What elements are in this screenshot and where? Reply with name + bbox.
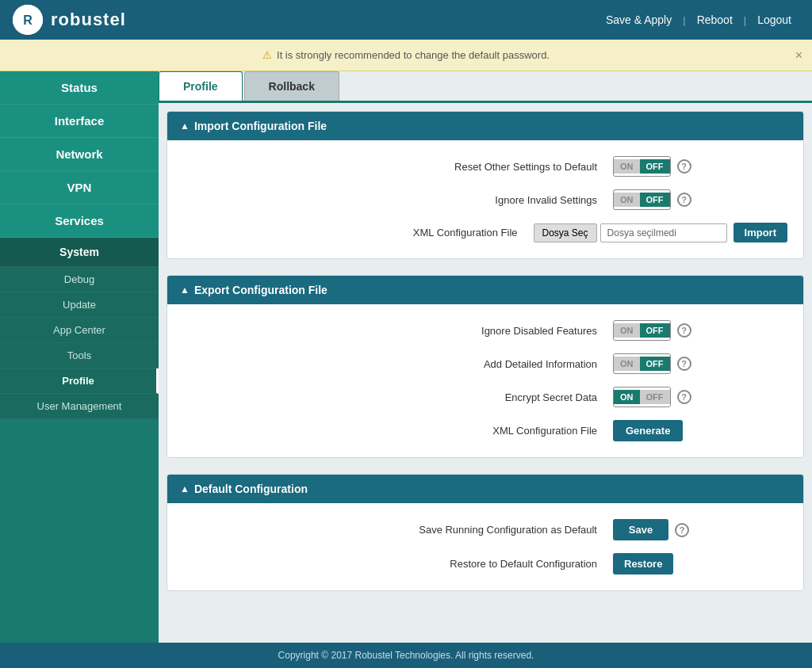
xml-config-export-label: XML Configuration File	[183, 425, 613, 437]
save-button[interactable]: Save	[613, 519, 668, 540]
encrypt-secret-control: ON OFF ?	[613, 387, 787, 407]
sidebar-item-user-management[interactable]: User Management	[0, 394, 159, 419]
import-config-section: ▲ Import Configuration File Reset Other …	[167, 111, 804, 259]
header-actions: Save & Apply | Reboot | Logout	[598, 10, 799, 29]
reset-settings-control: ON OFF ?	[613, 156, 787, 177]
logo-icon: R	[13, 5, 43, 35]
logo-text: robustel	[51, 10, 126, 30]
save-running-label: Save Running Configuration as Default	[183, 524, 613, 536]
export-config-header: ▲ Export Configuration File	[167, 276, 803, 304]
logout-button[interactable]: Logout	[749, 10, 799, 29]
sidebar-item-status[interactable]: Status	[0, 71, 159, 105]
sidebar-item-system[interactable]: System	[0, 238, 159, 267]
xml-config-export-control: Generate	[613, 420, 787, 441]
file-input-wrap: Dosya Seç	[534, 223, 727, 242]
sidebar-item-network[interactable]: Network	[0, 138, 159, 171]
encrypt-secret-row: Encrypt Secret Data ON OFF ?	[167, 380, 803, 414]
add-detail-help-icon[interactable]: ?	[677, 357, 691, 371]
save-apply-button[interactable]: Save & Apply	[598, 10, 680, 29]
xml-config-export-row: XML Configuration File Generate	[167, 414, 803, 448]
reset-settings-toggle[interactable]: ON OFF	[613, 156, 671, 177]
encrypt-secret-on: ON	[614, 390, 640, 404]
save-running-control: Save ?	[613, 519, 787, 540]
warning-icon: ⚠	[262, 49, 272, 61]
tab-profile[interactable]: Profile	[159, 71, 243, 101]
xml-config-import-control: Dosya Seç Import	[534, 223, 787, 242]
reboot-button[interactable]: Reboot	[689, 10, 741, 29]
restore-button[interactable]: Restore	[613, 553, 673, 574]
ignore-disabled-control: ON OFF ?	[613, 320, 787, 341]
generate-button[interactable]: Generate	[613, 420, 683, 441]
ignore-disabled-toggle[interactable]: ON OFF	[613, 320, 671, 341]
encrypt-secret-toggle[interactable]: ON OFF	[613, 387, 671, 407]
restore-default-label: Restore to Default Configuration	[183, 558, 613, 570]
ignore-invalid-help-icon[interactable]: ?	[677, 193, 691, 207]
save-help-icon[interactable]: ?	[675, 523, 689, 537]
ignore-disabled-help-icon[interactable]: ?	[677, 323, 691, 338]
header: R robustel Save & Apply | Reboot | Logou…	[0, 0, 812, 40]
add-detail-label: Add Detailed Information	[183, 358, 613, 370]
encrypt-secret-help-icon[interactable]: ?	[677, 390, 691, 404]
sidebar: Status Interface Network VPN Services Sy…	[0, 71, 159, 643]
ignore-invalid-off: OFF	[640, 193, 670, 207]
file-name-input[interactable]	[600, 223, 727, 242]
reset-settings-off: OFF	[640, 159, 670, 174]
file-choose-button[interactable]: Dosya Seç	[534, 223, 597, 242]
default-config-section: ▲ Default Configuration Save Running Con…	[167, 474, 804, 591]
sidebar-item-debug[interactable]: Debug	[0, 267, 159, 292]
export-config-title: Export Configuration File	[194, 284, 327, 296]
footer: Copyright © 2017 Robustel Technologies. …	[0, 643, 812, 668]
import-config-body: Reset Other Settings to Default ON OFF ?…	[167, 140, 803, 258]
warning-close-button[interactable]: ×	[795, 48, 802, 63]
footer-text: Copyright © 2017 Robustel Technologies. …	[278, 650, 534, 661]
save-running-row: Save Running Configuration as Default Sa…	[167, 513, 803, 547]
warning-text: It is strongly recommended to change the…	[277, 49, 550, 61]
reset-settings-help-icon[interactable]: ?	[677, 159, 691, 174]
logo: R robustel	[13, 5, 126, 35]
import-config-title: Import Configuration File	[194, 120, 327, 132]
content-area: Profile Rollback ▲ Import Configuration …	[159, 71, 812, 643]
restore-default-row: Restore to Default Configuration Restore	[167, 547, 803, 581]
export-config-section: ▲ Export Configuration File Ignore Disab…	[167, 275, 804, 458]
ignore-invalid-on: ON	[614, 193, 640, 207]
ignore-disabled-on: ON	[614, 323, 640, 338]
ignore-invalid-control: ON OFF ?	[613, 189, 787, 210]
default-config-body: Save Running Configuration as Default Sa…	[167, 503, 803, 590]
ignore-disabled-off: OFF	[640, 323, 670, 338]
default-chevron-icon: ▲	[180, 483, 190, 494]
add-detail-toggle[interactable]: ON OFF	[613, 353, 671, 374]
encrypt-secret-label: Encrypt Secret Data	[183, 391, 613, 403]
add-detail-off: OFF	[640, 357, 670, 371]
import-config-header: ▲ Import Configuration File	[167, 112, 803, 140]
svg-text:R: R	[23, 13, 33, 27]
add-detail-control: ON OFF ?	[613, 353, 787, 374]
ignore-invalid-row: Ignore Invalid Settings ON OFF ?	[167, 183, 803, 216]
encrypt-secret-off: OFF	[640, 390, 670, 404]
restore-default-control: Restore	[613, 553, 787, 574]
import-chevron-icon: ▲	[180, 120, 190, 132]
add-detail-row: Add Detailed Information ON OFF ?	[167, 347, 803, 380]
default-config-header: ▲ Default Configuration	[167, 475, 803, 503]
tab-bar: Profile Rollback	[159, 71, 812, 103]
main-layout: Status Interface Network VPN Services Sy…	[0, 71, 812, 643]
sidebar-item-app-center[interactable]: App Center	[0, 318, 159, 343]
export-chevron-icon: ▲	[180, 284, 190, 296]
tab-rollback[interactable]: Rollback	[244, 71, 339, 101]
reset-settings-on: ON	[614, 159, 640, 174]
ignore-invalid-toggle[interactable]: ON OFF	[613, 189, 671, 210]
sidebar-item-update[interactable]: Update	[0, 292, 159, 318]
sidebar-item-vpn[interactable]: VPN	[0, 171, 159, 204]
xml-config-import-label: XML Configuration File	[183, 227, 534, 239]
xml-config-import-row: XML Configuration File Dosya Seç Import	[167, 216, 803, 249]
sidebar-item-tools[interactable]: Tools	[0, 343, 159, 368]
sidebar-item-services[interactable]: Services	[0, 204, 159, 238]
warning-banner: ⚠ It is strongly recommended to change t…	[0, 40, 812, 71]
reset-settings-row: Reset Other Settings to Default ON OFF ?	[167, 150, 803, 183]
ignore-disabled-label: Ignore Disabled Features	[183, 325, 613, 337]
default-config-title: Default Configuration	[194, 483, 308, 495]
sidebar-item-profile[interactable]: Profile	[0, 368, 159, 394]
ignore-invalid-label: Ignore Invalid Settings	[183, 194, 613, 206]
sidebar-item-interface[interactable]: Interface	[0, 105, 159, 138]
ignore-disabled-row: Ignore Disabled Features ON OFF ?	[167, 314, 803, 347]
import-button[interactable]: Import	[733, 223, 787, 242]
